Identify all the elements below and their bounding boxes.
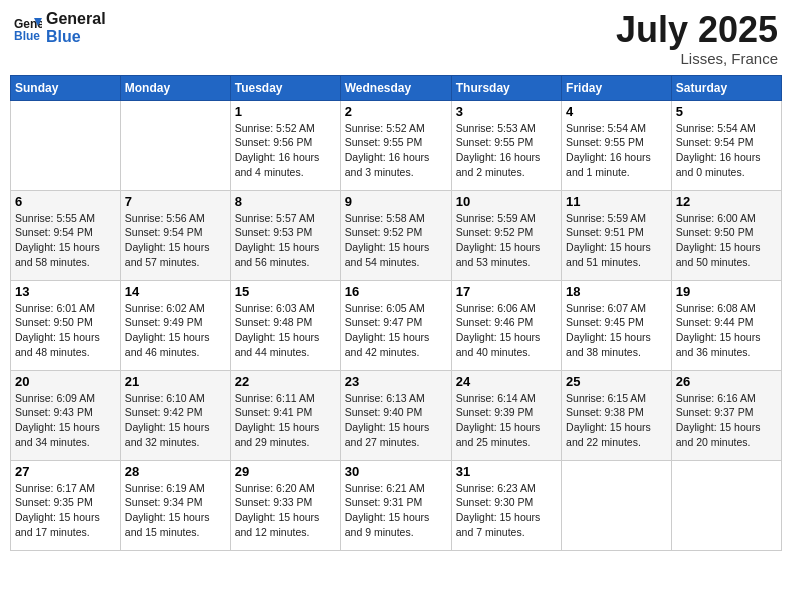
day-number: 23 (345, 374, 447, 389)
day-number: 21 (125, 374, 226, 389)
day-number: 2 (345, 104, 447, 119)
day-info: Sunrise: 5:54 AM Sunset: 9:54 PM Dayligh… (676, 121, 777, 180)
day-cell: 18Sunrise: 6:07 AM Sunset: 9:45 PM Dayli… (562, 280, 672, 370)
day-info: Sunrise: 6:17 AM Sunset: 9:35 PM Dayligh… (15, 481, 116, 540)
day-info: Sunrise: 5:53 AM Sunset: 9:55 PM Dayligh… (456, 121, 557, 180)
day-number: 11 (566, 194, 667, 209)
day-cell: 11Sunrise: 5:59 AM Sunset: 9:51 PM Dayli… (562, 190, 672, 280)
day-number: 5 (676, 104, 777, 119)
day-cell: 8Sunrise: 5:57 AM Sunset: 9:53 PM Daylig… (230, 190, 340, 280)
day-info: Sunrise: 6:00 AM Sunset: 9:50 PM Dayligh… (676, 211, 777, 270)
week-row-1: 1Sunrise: 5:52 AM Sunset: 9:56 PM Daylig… (11, 100, 782, 190)
day-cell: 4Sunrise: 5:54 AM Sunset: 9:55 PM Daylig… (562, 100, 672, 190)
logo-general: General (46, 10, 106, 27)
header-row: SundayMondayTuesdayWednesdayThursdayFrid… (11, 75, 782, 100)
day-number: 14 (125, 284, 226, 299)
day-info: Sunrise: 5:54 AM Sunset: 9:55 PM Dayligh… (566, 121, 667, 180)
location-subtitle: Lisses, France (616, 50, 778, 67)
day-number: 1 (235, 104, 336, 119)
day-info: Sunrise: 6:06 AM Sunset: 9:46 PM Dayligh… (456, 301, 557, 360)
day-number: 12 (676, 194, 777, 209)
day-info: Sunrise: 5:59 AM Sunset: 9:51 PM Dayligh… (566, 211, 667, 270)
col-header-saturday: Saturday (671, 75, 781, 100)
day-info: Sunrise: 6:20 AM Sunset: 9:33 PM Dayligh… (235, 481, 336, 540)
day-cell: 2Sunrise: 5:52 AM Sunset: 9:55 PM Daylig… (340, 100, 451, 190)
day-info: Sunrise: 6:16 AM Sunset: 9:37 PM Dayligh… (676, 391, 777, 450)
day-cell: 26Sunrise: 6:16 AM Sunset: 9:37 PM Dayli… (671, 370, 781, 460)
day-number: 8 (235, 194, 336, 209)
day-cell: 21Sunrise: 6:10 AM Sunset: 9:42 PM Dayli… (120, 370, 230, 460)
logo-icon: General Blue (14, 14, 42, 42)
day-cell: 3Sunrise: 5:53 AM Sunset: 9:55 PM Daylig… (451, 100, 561, 190)
day-number: 17 (456, 284, 557, 299)
day-cell: 28Sunrise: 6:19 AM Sunset: 9:34 PM Dayli… (120, 460, 230, 550)
day-number: 28 (125, 464, 226, 479)
day-info: Sunrise: 5:56 AM Sunset: 9:54 PM Dayligh… (125, 211, 226, 270)
logo: General Blue General Blue (14, 10, 106, 45)
day-info: Sunrise: 6:23 AM Sunset: 9:30 PM Dayligh… (456, 481, 557, 540)
day-cell: 13Sunrise: 6:01 AM Sunset: 9:50 PM Dayli… (11, 280, 121, 370)
day-cell (11, 100, 121, 190)
day-number: 20 (15, 374, 116, 389)
col-header-sunday: Sunday (11, 75, 121, 100)
day-number: 25 (566, 374, 667, 389)
day-info: Sunrise: 6:02 AM Sunset: 9:49 PM Dayligh… (125, 301, 226, 360)
day-cell: 31Sunrise: 6:23 AM Sunset: 9:30 PM Dayli… (451, 460, 561, 550)
day-number: 19 (676, 284, 777, 299)
day-info: Sunrise: 6:13 AM Sunset: 9:40 PM Dayligh… (345, 391, 447, 450)
col-header-wednesday: Wednesday (340, 75, 451, 100)
day-cell: 5Sunrise: 5:54 AM Sunset: 9:54 PM Daylig… (671, 100, 781, 190)
day-info: Sunrise: 6:21 AM Sunset: 9:31 PM Dayligh… (345, 481, 447, 540)
day-number: 26 (676, 374, 777, 389)
day-info: Sunrise: 6:08 AM Sunset: 9:44 PM Dayligh… (676, 301, 777, 360)
day-info: Sunrise: 6:09 AM Sunset: 9:43 PM Dayligh… (15, 391, 116, 450)
day-info: Sunrise: 5:59 AM Sunset: 9:52 PM Dayligh… (456, 211, 557, 270)
day-number: 15 (235, 284, 336, 299)
day-number: 27 (15, 464, 116, 479)
week-row-2: 6Sunrise: 5:55 AM Sunset: 9:54 PM Daylig… (11, 190, 782, 280)
day-cell: 1Sunrise: 5:52 AM Sunset: 9:56 PM Daylig… (230, 100, 340, 190)
day-cell (120, 100, 230, 190)
day-number: 31 (456, 464, 557, 479)
day-number: 24 (456, 374, 557, 389)
day-info: Sunrise: 5:55 AM Sunset: 9:54 PM Dayligh… (15, 211, 116, 270)
day-number: 6 (15, 194, 116, 209)
day-cell: 22Sunrise: 6:11 AM Sunset: 9:41 PM Dayli… (230, 370, 340, 460)
day-cell: 27Sunrise: 6:17 AM Sunset: 9:35 PM Dayli… (11, 460, 121, 550)
title-block: July 2025 Lisses, France (616, 10, 778, 67)
day-cell: 12Sunrise: 6:00 AM Sunset: 9:50 PM Dayli… (671, 190, 781, 280)
day-cell: 30Sunrise: 6:21 AM Sunset: 9:31 PM Dayli… (340, 460, 451, 550)
day-cell (671, 460, 781, 550)
day-info: Sunrise: 6:15 AM Sunset: 9:38 PM Dayligh… (566, 391, 667, 450)
day-cell: 23Sunrise: 6:13 AM Sunset: 9:40 PM Dayli… (340, 370, 451, 460)
day-info: Sunrise: 6:05 AM Sunset: 9:47 PM Dayligh… (345, 301, 447, 360)
col-header-monday: Monday (120, 75, 230, 100)
day-cell: 19Sunrise: 6:08 AM Sunset: 9:44 PM Dayli… (671, 280, 781, 370)
day-number: 3 (456, 104, 557, 119)
day-info: Sunrise: 5:58 AM Sunset: 9:52 PM Dayligh… (345, 211, 447, 270)
day-number: 18 (566, 284, 667, 299)
day-cell: 17Sunrise: 6:06 AM Sunset: 9:46 PM Dayli… (451, 280, 561, 370)
day-info: Sunrise: 6:07 AM Sunset: 9:45 PM Dayligh… (566, 301, 667, 360)
calendar-table: SundayMondayTuesdayWednesdayThursdayFrid… (10, 75, 782, 551)
day-number: 13 (15, 284, 116, 299)
day-cell: 24Sunrise: 6:14 AM Sunset: 9:39 PM Dayli… (451, 370, 561, 460)
day-cell: 14Sunrise: 6:02 AM Sunset: 9:49 PM Dayli… (120, 280, 230, 370)
day-cell: 7Sunrise: 5:56 AM Sunset: 9:54 PM Daylig… (120, 190, 230, 280)
week-row-5: 27Sunrise: 6:17 AM Sunset: 9:35 PM Dayli… (11, 460, 782, 550)
week-row-3: 13Sunrise: 6:01 AM Sunset: 9:50 PM Dayli… (11, 280, 782, 370)
page-header: General Blue General Blue July 2025 Liss… (10, 10, 782, 67)
day-number: 16 (345, 284, 447, 299)
day-number: 10 (456, 194, 557, 209)
day-cell: 20Sunrise: 6:09 AM Sunset: 9:43 PM Dayli… (11, 370, 121, 460)
day-cell: 29Sunrise: 6:20 AM Sunset: 9:33 PM Dayli… (230, 460, 340, 550)
day-info: Sunrise: 6:03 AM Sunset: 9:48 PM Dayligh… (235, 301, 336, 360)
day-info: Sunrise: 6:10 AM Sunset: 9:42 PM Dayligh… (125, 391, 226, 450)
day-cell: 15Sunrise: 6:03 AM Sunset: 9:48 PM Dayli… (230, 280, 340, 370)
week-row-4: 20Sunrise: 6:09 AM Sunset: 9:43 PM Dayli… (11, 370, 782, 460)
svg-text:Blue: Blue (14, 29, 40, 42)
day-cell: 6Sunrise: 5:55 AM Sunset: 9:54 PM Daylig… (11, 190, 121, 280)
day-cell (562, 460, 672, 550)
day-cell: 9Sunrise: 5:58 AM Sunset: 9:52 PM Daylig… (340, 190, 451, 280)
day-number: 30 (345, 464, 447, 479)
